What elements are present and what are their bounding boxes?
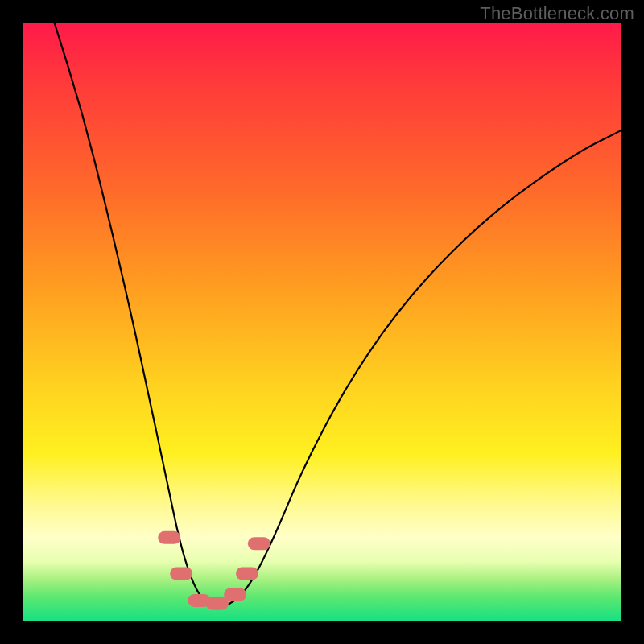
chart-frame: TheBottleneck.com <box>0 0 644 644</box>
curve-floor-markers <box>164 538 264 604</box>
watermark-text: TheBottleneck.com <box>480 3 634 24</box>
chart-plot-area <box>23 23 621 621</box>
bottleneck-curve <box>52 17 621 606</box>
chart-svg <box>23 23 621 621</box>
